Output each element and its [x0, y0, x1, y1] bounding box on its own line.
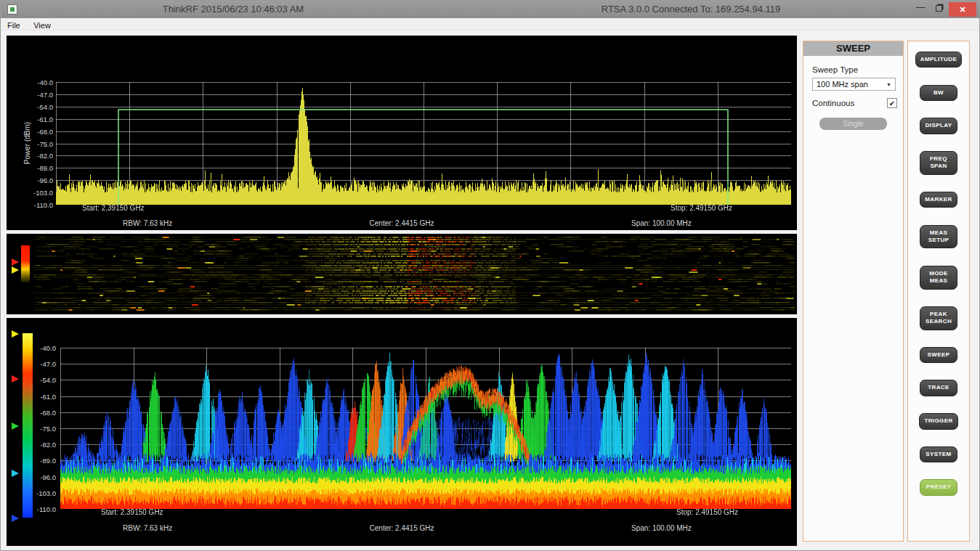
persistence-stop-freq-label: Stop: 2.49150 GHz — [676, 508, 738, 516]
menu-button-sweep[interactable]: SWEEP — [920, 347, 957, 363]
persistence-start-freq-label: Start: 2.39150 GHz — [101, 508, 163, 516]
y-tick-label: -89.0 — [7, 457, 56, 465]
menu-button-system[interactable]: SYSTEM — [920, 446, 957, 462]
y-tick-label: -40.0 — [7, 344, 56, 352]
menu-button-mode-meas[interactable]: MODE MEAS — [920, 266, 957, 290]
menu-button-peak-search[interactable]: PEAK SEARCH — [920, 306, 957, 330]
menu-button-bw[interactable]: BW — [920, 85, 957, 101]
continuous-row: Continuous ✔ — [812, 98, 897, 108]
continuous-label: Continuous — [812, 99, 854, 107]
y-tick-label: -82.0 — [7, 152, 53, 160]
menu-button-trigger[interactable]: TRIGGER — [919, 413, 957, 429]
y-tick-label: -96.0 — [7, 473, 56, 481]
y-tick-label: -61.0 — [7, 393, 56, 401]
y-tick-label: -103.0 — [7, 189, 53, 197]
persistence-marker-yellow[interactable] — [12, 330, 19, 338]
persistence-panel: -40.0-47.0-54.0-61.0-68.0-75.0-82.0-89.0… — [7, 318, 797, 546]
maximize-button[interactable] — [930, 2, 949, 15]
titlebar: ThinkRF 2015/06/23 10:46:03 AM RTSA 3.0.… — [1, 1, 979, 18]
spectrogram-panel — [7, 234, 797, 314]
sweep-type-label: Sweep Type — [812, 65, 903, 74]
sweep-type-dropdown[interactable]: 100 MHz span ▼ — [812, 78, 896, 91]
menu-button-meas-setup[interactable]: MEAS SETUP — [920, 225, 957, 249]
menu-button-freq-span[interactable]: FREQ SPAN — [920, 151, 957, 175]
persistence-rbw-label: RBW: 7.63 kHz — [123, 524, 172, 532]
menu-button-trace[interactable]: TRACE — [920, 380, 957, 396]
persistence-marker-blue[interactable] — [12, 515, 19, 522]
window-title: ThinkRF 2015/06/23 10:46:03 AM — [1, 1, 466, 18]
chevron-down-icon: ▼ — [886, 82, 891, 87]
checkmark-icon: ✔ — [889, 99, 895, 107]
y-tick-label: -68.0 — [7, 409, 56, 417]
menu-button-display[interactable]: DISPLAY — [920, 118, 957, 134]
y-tick-label: -68.0 — [7, 128, 53, 136]
y-tick-label: -103.0 — [7, 489, 56, 497]
sweep-settings-panel: SWEEP Sweep Type 100 MHz span ▼ Continuo… — [803, 41, 904, 542]
menu-bar: File View — [1, 18, 979, 30]
y-tick-label: -54.0 — [7, 376, 56, 384]
y-tick-label: -40.0 — [7, 78, 53, 86]
rbw-label: RBW: 7.63 kHz — [123, 219, 172, 227]
sweep-type-value: 100 MHz span — [817, 80, 868, 89]
sweep-panel-title: SWEEP — [803, 41, 903, 56]
spectrogram-colorbar — [21, 245, 30, 282]
persistence-span-label: Span: 100.00 MHz — [631, 524, 692, 532]
spectrogram-canvas[interactable] — [33, 237, 795, 311]
minimize-button[interactable]: — — [911, 2, 930, 15]
spectrogram-marker-yellow[interactable] — [12, 266, 19, 274]
y-tick-label: -47.0 — [7, 91, 53, 99]
y-tick-label: -54.0 — [7, 103, 53, 111]
menu-buttons-panel: AMPLITUDE BW DISPLAY FREQ SPAN MARKER ME… — [907, 41, 970, 542]
y-tick-label: -110.0 — [7, 505, 56, 513]
single-sweep-button[interactable]: Single — [819, 118, 887, 130]
y-tick-label: -61.0 — [7, 115, 53, 123]
span-label: Span: 100.00 MHz — [631, 219, 692, 227]
start-freq-label: Start: 2.39150 GHz — [82, 204, 145, 212]
connection-status: RTSA 3.0.0 Connected To: 169.254.94.119 — [451, 1, 931, 18]
menu-button-marker[interactable]: MARKER — [920, 192, 957, 208]
spectrum-panel: Power (dBm) -40.0-47.0-54.0-61.0-68.0-75… — [7, 36, 797, 230]
persistence-canvas[interactable] — [60, 348, 791, 509]
restore-icon — [936, 5, 942, 12]
close-button[interactable]: ✕ — [949, 2, 976, 17]
y-tick-label: -75.0 — [7, 425, 56, 433]
y-tick-label: -110.0 — [7, 201, 53, 209]
spectrogram-marker-red[interactable] — [12, 258, 19, 266]
spectrum-canvas[interactable] — [56, 82, 791, 205]
y-tick-label: -47.0 — [7, 360, 56, 368]
persistence-center-freq-label: Center: 2.4415 GHz — [370, 524, 434, 532]
window-controls: — ✕ — [911, 2, 976, 17]
y-tick-label: -96.0 — [7, 176, 53, 184]
continuous-checkbox[interactable]: ✔ — [887, 98, 897, 108]
menu-button-amplitude[interactable]: AMPLITUDE — [915, 52, 962, 68]
app-window: ThinkRF 2015/06/23 10:46:03 AM RTSA 3.0.… — [0, 0, 980, 551]
y-tick-label: -75.0 — [7, 140, 53, 148]
menu-button-preset[interactable]: PRESET — [920, 479, 957, 495]
y-tick-label: -89.0 — [7, 164, 53, 172]
stop-freq-label: Stop: 2.49150 GHz — [671, 204, 732, 212]
center-freq-label: Center: 2.4415 GHz — [370, 219, 434, 227]
y-tick-label: -82.0 — [7, 441, 56, 449]
main-area: Power (dBm) -40.0-47.0-54.0-61.0-68.0-75… — [1, 30, 980, 551]
